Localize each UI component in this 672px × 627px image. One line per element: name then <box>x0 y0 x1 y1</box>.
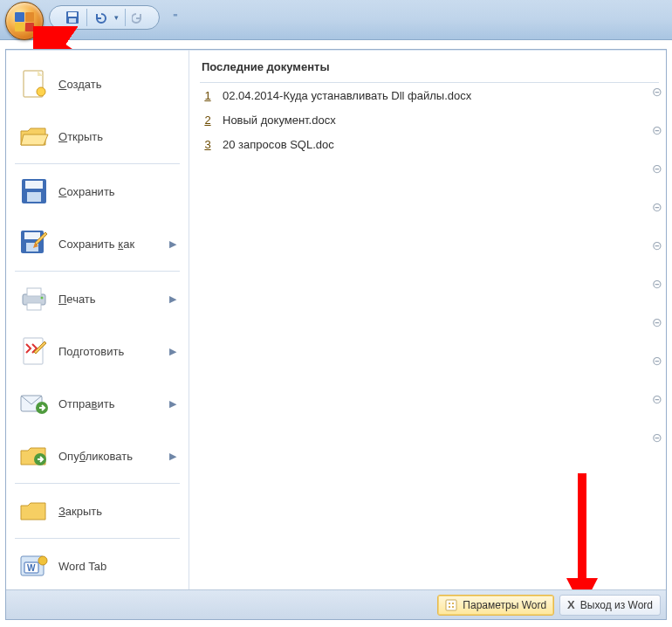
options-icon <box>445 599 457 611</box>
qat-save-button[interactable] <box>62 8 83 27</box>
recent-document-name: Новый документ.docx <box>223 114 659 127</box>
word-tab-icon: W <box>18 550 50 582</box>
publish-icon <box>18 440 50 472</box>
office-menu-left-column: Создать Открыть Сохранить Сохранить <box>6 50 189 591</box>
recent-document-name: 20 запросов SQL.doc <box>223 138 659 151</box>
save-as-icon <box>18 228 50 259</box>
menu-item-open[interactable]: Открыть <box>11 111 183 162</box>
send-icon <box>18 388 50 419</box>
pin-icon[interactable]: ⊝ <box>652 200 662 214</box>
menu-item-label: Отправить <box>58 397 166 410</box>
exit-word-label: Выход из Word <box>580 599 653 611</box>
menu-item-print[interactable]: Печать ▶ <box>11 273 183 324</box>
svg-point-15 <box>41 297 44 300</box>
pin-icon[interactable]: ⊝ <box>652 123 662 137</box>
new-document-icon <box>18 68 50 100</box>
svg-rect-1 <box>68 12 77 17</box>
svg-rect-13 <box>27 288 41 296</box>
svg-point-28 <box>449 606 450 608</box>
svg-text:W: W <box>27 563 36 573</box>
recent-document-name: 02.04.2014-Куда устанавливать Dll файлы.… <box>223 89 659 102</box>
svg-point-5 <box>37 87 45 96</box>
prepare-icon <box>18 335 50 367</box>
office-button[interactable] <box>5 2 44 40</box>
recent-documents-panel: Последние документы 1 02.04.2014-Куда ус… <box>189 50 666 591</box>
office-menu: Создать Открыть Сохранить Сохранить <box>5 49 667 620</box>
save-icon <box>18 176 50 207</box>
close-icon: X <box>567 598 575 611</box>
exit-word-button[interactable]: X Выход из Word <box>559 595 661 616</box>
word-options-button[interactable]: Параметры Word <box>437 595 554 616</box>
recent-document-number: 1 <box>200 89 216 102</box>
submenu-arrow-icon: ▶ <box>169 398 176 410</box>
menu-item-label: Подготовить <box>58 345 166 358</box>
qat-customize-arrow[interactable]: ⁼ <box>173 11 178 23</box>
print-icon <box>18 283 50 314</box>
pin-icon[interactable]: ⊝ <box>652 277 662 291</box>
svg-point-27 <box>452 603 454 604</box>
titlebar: ▾ ⁼ <box>0 0 672 40</box>
menu-item-label: Сохранить <box>58 185 176 198</box>
menu-item-label: Открыть <box>58 130 176 143</box>
menu-item-prepare[interactable]: Подготовить ▶ <box>11 326 183 376</box>
recent-document-number: 3 <box>200 138 216 151</box>
recent-document-row[interactable]: 1 02.04.2014-Куда устанавливать Dll файл… <box>200 83 659 107</box>
pin-icon[interactable]: ⊝ <box>652 238 662 252</box>
recent-document-number: 2 <box>200 114 216 127</box>
pin-icon[interactable]: ⊝ <box>652 162 662 176</box>
menu-item-save[interactable]: Сохранить <box>11 166 183 217</box>
submenu-arrow-icon: ▶ <box>169 238 176 250</box>
menu-item-label: Создать <box>58 78 176 91</box>
pin-icon[interactable]: ⊝ <box>652 354 662 368</box>
svg-rect-8 <box>27 192 41 202</box>
menu-item-label: Сохранить как <box>58 238 166 251</box>
recent-document-row[interactable]: 2 Новый документ.docx <box>200 107 659 132</box>
menu-item-save-as[interactable]: Сохранить как ▶ <box>11 218 183 269</box>
open-folder-icon <box>18 121 50 152</box>
recent-document-row[interactable]: 3 20 запросов SQL.doc <box>200 132 659 156</box>
svg-point-29 <box>452 606 454 608</box>
submenu-arrow-icon: ▶ <box>169 293 176 305</box>
close-folder-icon <box>18 495 50 527</box>
menu-item-label: Закрыть <box>58 505 176 518</box>
menu-item-label: Word Tab <box>58 560 176 573</box>
pin-column: ⊝ ⊝ ⊝ ⊝ ⊝ ⊝ ⊝ ⊝ ⊝ ⊝ <box>652 85 662 444</box>
pin-icon[interactable]: ⊝ <box>652 85 662 99</box>
svg-rect-10 <box>24 232 40 239</box>
svg-rect-14 <box>27 303 41 310</box>
recent-documents-title: Последние документы <box>200 55 659 83</box>
menu-item-label: Печать <box>58 293 166 306</box>
menu-item-send[interactable]: Отправить ▶ <box>11 378 183 429</box>
svg-point-26 <box>449 603 450 604</box>
pin-icon[interactable]: ⊝ <box>652 431 662 444</box>
pin-icon[interactable]: ⊝ <box>652 315 662 329</box>
quick-access-toolbar: ▾ <box>49 5 160 30</box>
menu-item-close[interactable]: Закрыть <box>11 486 183 536</box>
submenu-arrow-icon: ▶ <box>169 451 176 462</box>
svg-rect-2 <box>69 18 76 23</box>
menu-item-new[interactable]: Создать <box>11 59 183 109</box>
submenu-arrow-icon: ▶ <box>169 346 176 357</box>
menu-item-label: Опубликовать <box>58 450 166 463</box>
svg-point-23 <box>38 556 47 565</box>
svg-rect-7 <box>25 181 43 189</box>
menu-item-publish[interactable]: Опубликовать ▶ <box>11 431 183 481</box>
office-menu-bottom-bar: Параметры Word X Выход из Word <box>6 589 666 619</box>
qat-redo-button[interactable] <box>129 8 150 27</box>
pin-icon[interactable]: ⊝ <box>652 392 662 406</box>
menu-item-word-tab[interactable]: W Word Tab <box>11 541 183 591</box>
qat-undo-button[interactable] <box>91 8 112 27</box>
word-options-label: Параметры Word <box>463 599 546 611</box>
svg-rect-25 <box>446 600 456 610</box>
